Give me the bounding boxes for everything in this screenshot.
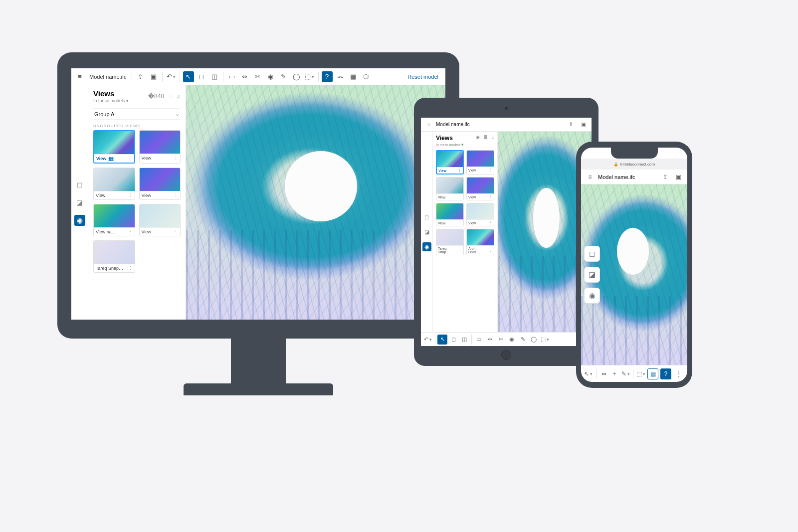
menu-icon[interactable]: ≡ <box>424 120 434 130</box>
cube-view-icon[interactable]: ⬚ <box>540 335 550 345</box>
snapshot-icon[interactable]: ◉ <box>507 335 517 345</box>
phone-header: ≡ Model name.ifc ⇪ ▣ <box>581 170 687 184</box>
monitor-screen: ≡ Model name.ifc ⇪ ▣ ↶ ↖ ◻ ◫ ▭ ⇔ ✄ ◉ ✎ ◯… <box>71 68 445 320</box>
sort-icon[interactable]: ≣ <box>484 135 488 140</box>
thumb-more-icon[interactable]: ⋮ <box>128 193 133 198</box>
thumb-more-icon[interactable]: ⋮ <box>458 169 461 173</box>
thumb-more-icon[interactable]: ⋮ <box>174 156 178 161</box>
chat-icon[interactable]: ▤ <box>647 368 658 379</box>
view-thumb[interactable]: Tareq Snap…⋮ <box>93 240 135 273</box>
pointer-tool[interactable]: ↖ <box>584 368 593 379</box>
search-icon[interactable]: ⌕ <box>177 93 181 100</box>
ellipse-tool[interactable]: ◯ <box>529 335 539 345</box>
box-select-tool[interactable]: ◻ <box>448 335 458 345</box>
grid-icon[interactable]: ▦ <box>348 71 359 82</box>
view-thumb[interactable]: View👥⋮ <box>93 130 135 164</box>
folder-icon[interactable]: ▣ <box>673 172 683 182</box>
more-icon[interactable]: ⋮ <box>673 368 684 379</box>
thumb-more-icon[interactable]: ⋮ <box>489 248 492 252</box>
box-select-tool[interactable]: ◻ <box>196 71 207 82</box>
model-viewport[interactable] <box>186 85 445 320</box>
file-name: Model name.ifc <box>598 174 635 180</box>
thumb-more-icon[interactable]: ⋮ <box>128 156 132 161</box>
crop-tool[interactable]: ◫ <box>209 71 220 82</box>
thumb-more-icon[interactable]: ⋮ <box>458 221 462 225</box>
link-icon[interactable]: ⫘ <box>335 71 346 82</box>
view-thumb[interactable]: View⋮ <box>466 150 494 175</box>
thumb-more-icon[interactable]: ⋮ <box>458 248 462 252</box>
add-tool[interactable]: ＋ <box>610 368 619 379</box>
measure-tool[interactable]: ⇔ <box>239 71 250 82</box>
add-view-icon[interactable]: ◉ <box>476 135 480 140</box>
cube-view-icon[interactable]: ⬚ <box>636 368 645 379</box>
share-add-icon[interactable]: ⇪ <box>660 172 670 182</box>
package-icon[interactable]: ⬡ <box>361 71 372 82</box>
add-view-icon[interactable]: �840 <box>148 93 164 100</box>
snapshot-icon[interactable]: ◉ <box>265 71 276 82</box>
menu-icon[interactable]: ≡ <box>585 172 595 182</box>
cube-view-icon[interactable]: ⬚ <box>304 71 315 82</box>
view-thumb[interactable]: View na…⋮ <box>93 204 135 236</box>
folder-icon[interactable]: ▣ <box>148 71 159 82</box>
rail-camera-icon[interactable]: ◉ <box>584 288 600 304</box>
section-tool[interactable]: ▭ <box>226 71 237 82</box>
pointer-tool[interactable]: ↖ <box>183 71 194 82</box>
thumb-preview <box>140 204 181 227</box>
thumb-more-icon[interactable]: ⋮ <box>489 221 492 225</box>
view-thumb[interactable]: Arch - Horiz…⋮ <box>466 229 494 255</box>
help-icon[interactable]: ? <box>322 71 333 82</box>
sort-icon[interactable]: ≣ <box>168 93 173 100</box>
search-icon[interactable]: ⌕ <box>492 135 494 140</box>
views-subtitle[interactable]: In these models <box>93 98 129 103</box>
undo-icon[interactable]: ↶ <box>423 335 433 345</box>
view-thumb[interactable]: View⋮ <box>466 203 494 226</box>
rail-cube-icon[interactable]: ◻ <box>584 246 600 262</box>
measure-tool[interactable]: ⇔ <box>485 335 495 345</box>
view-thumb[interactable]: View⋮ <box>139 130 181 164</box>
view-thumb[interactable]: View⋮ <box>139 204 181 236</box>
menu-icon[interactable]: ≡ <box>74 71 85 82</box>
share-add-icon[interactable]: ⇪ <box>135 71 146 82</box>
views-subtitle[interactable]: In these models <box>436 142 464 147</box>
section-tool[interactable]: ▭ <box>474 335 484 345</box>
folder-icon[interactable]: ▣ <box>579 120 589 130</box>
view-thumb[interactable]: View⋮ <box>436 203 464 226</box>
view-thumb[interactable]: View⋮ <box>466 177 494 200</box>
view-thumb[interactable]: View⋮ <box>93 168 135 200</box>
rail-todo-icon[interactable]: ◪ <box>74 197 85 208</box>
markup-tool[interactable]: ✎ <box>621 368 630 379</box>
ellipse-tool[interactable]: ◯ <box>291 71 302 82</box>
markup-icon[interactable]: ✎ <box>518 335 528 345</box>
view-thumb[interactable]: View⋮ <box>436 150 464 175</box>
cut-tool[interactable]: ✄ <box>496 335 506 345</box>
browser-url-bar[interactable]: 🔒 trimbleconnect.com <box>581 159 687 170</box>
desktop-toolbar: ≡ Model name.ifc ⇪ ▣ ↶ ↖ ◻ ◫ ▭ ⇔ ✄ ◉ ✎ ◯… <box>71 68 445 85</box>
measure-tool[interactable]: ⇔ <box>599 368 608 379</box>
thumb-more-icon[interactable]: ⋮ <box>128 266 133 271</box>
pointer-tool[interactable]: ↖ <box>437 335 447 345</box>
view-thumb[interactable]: View⋮ <box>139 168 181 200</box>
views-group-row[interactable]: Group A ⌄ <box>93 108 181 120</box>
share-add-icon[interactable]: ⇪ <box>566 120 576 130</box>
thumb-more-icon[interactable]: ⋮ <box>128 229 133 234</box>
thumb-more-icon[interactable]: ⋮ <box>174 193 178 198</box>
thumb-more-icon[interactable]: ⋮ <box>489 168 492 172</box>
view-thumb[interactable]: View⋮ <box>436 177 464 200</box>
undo-icon[interactable]: ↶ <box>166 71 177 82</box>
rail-camera-icon[interactable]: ◉ <box>422 242 431 251</box>
thumb-more-icon[interactable]: ⋮ <box>489 195 492 199</box>
crop-tool[interactable]: ◫ <box>459 335 469 345</box>
cut-tool[interactable]: ✄ <box>252 71 263 82</box>
help-icon[interactable]: ? <box>660 368 671 379</box>
rail-cube-icon[interactable]: ◻ <box>74 179 85 190</box>
markup-icon[interactable]: ✎ <box>278 71 289 82</box>
thumb-more-icon[interactable]: ⋮ <box>458 195 462 199</box>
reset-model-button[interactable]: Reset model <box>403 74 442 80</box>
rail-camera-icon[interactable]: ◉ <box>74 215 85 226</box>
phone-viewport[interactable]: ◻ ◪ ◉ <box>581 184 687 365</box>
view-thumb[interactable]: Tareq Snap…⋮ <box>436 229 464 255</box>
thumb-more-icon[interactable]: ⋮ <box>174 229 178 234</box>
rail-todo-icon[interactable]: ◪ <box>422 227 431 236</box>
rail-cube-icon[interactable]: ◻ <box>422 212 431 221</box>
rail-todo-icon[interactable]: ◪ <box>584 267 600 283</box>
